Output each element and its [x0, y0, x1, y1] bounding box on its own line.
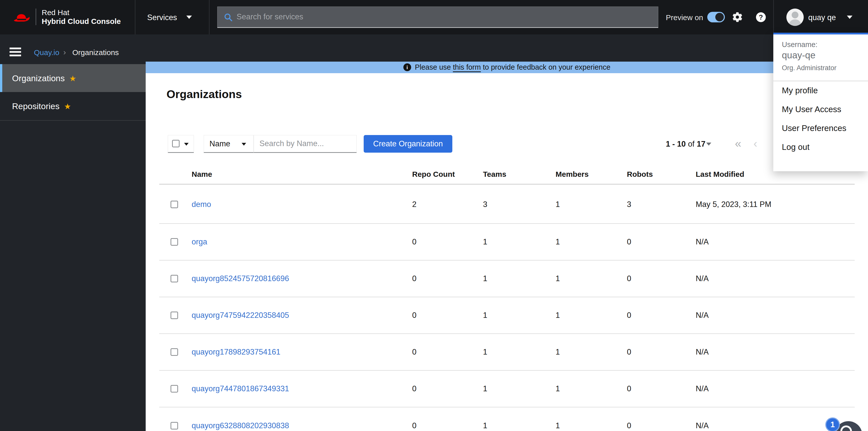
robots-cell: 0 — [627, 384, 631, 393]
filter-column-label: Name — [210, 139, 230, 148]
row-checkbox[interactable] — [170, 201, 178, 208]
masthead: Red Hat Hybrid Cloud Console Services Pr… — [0, 0, 868, 34]
row-checkbox[interactable] — [170, 275, 178, 282]
preview-toggle[interactable] — [707, 12, 725, 22]
repo-count-cell: 2 — [412, 200, 416, 209]
members-cell: 1 — [556, 347, 560, 356]
table-row: quayorg8524575720816696 0 1 1 0 N/A — [159, 260, 855, 297]
org-name-link[interactable]: demo — [192, 200, 211, 209]
menu-item-log-out[interactable]: Log out — [773, 138, 868, 156]
feedback-banner: i Please use this form to provide feedba… — [146, 61, 868, 73]
table-row: quayorg7447801867349331 0 1 1 0 N/A — [159, 371, 855, 407]
breadcrumb-quayio-link[interactable]: Quay.io — [34, 48, 59, 57]
table-row: quayorg7475942220358405 0 1 1 0 N/A — [159, 297, 855, 334]
global-search-input[interactable] — [237, 7, 649, 27]
screen: Red Hat Hybrid Cloud Console Services Pr… — [0, 0, 868, 431]
last-modified-cell: N/A — [696, 384, 709, 393]
pagination-prev-page-button[interactable]: ‹ — [753, 135, 757, 153]
sidebar-item-label: Repositories — [12, 101, 60, 111]
banner-text-suffix: to provide feedback on your experience — [481, 63, 610, 71]
feedback-form-link[interactable]: this form — [453, 63, 481, 71]
masthead-divider — [135, 0, 135, 34]
menu-item-user-preferences[interactable]: User Preferences — [773, 119, 868, 137]
avatar[interactable] — [786, 8, 804, 26]
hamburger-menu-icon[interactable] — [9, 48, 21, 57]
row-checkbox[interactable] — [170, 312, 178, 319]
row-checkbox[interactable] — [170, 422, 178, 430]
robots-cell: 3 — [627, 200, 631, 209]
bulk-select-checkbox[interactable] — [172, 140, 180, 147]
robots-cell: 0 — [627, 347, 631, 356]
sidebar-item-organizations[interactable]: Organizations★ — [0, 64, 146, 92]
help-icon[interactable]: ? — [756, 12, 766, 22]
repo-count-cell: 0 — [412, 421, 416, 430]
org-name-link[interactable]: orga — [192, 237, 207, 247]
breadcrumb-current: Organizations — [72, 48, 119, 57]
repo-count-cell: 0 — [412, 347, 416, 356]
chat-notification-badge: 1 — [825, 418, 840, 431]
chevron-down-icon — [242, 143, 246, 146]
org-name-link[interactable]: quayorg7447801867349331 — [192, 384, 289, 393]
org-name-link[interactable]: quayorg6328808202930838 — [192, 421, 289, 430]
repo-count-cell: 0 — [412, 384, 416, 393]
menu-item-my-user-access[interactable]: My User Access — [773, 100, 868, 118]
row-checkbox[interactable] — [170, 385, 178, 393]
user-menu-toggle[interactable]: quay qe — [808, 13, 836, 22]
redhat-logo-icon[interactable] — [11, 9, 32, 25]
column-header-robots: Robots — [627, 170, 653, 178]
brand-title: Red Hat Hybrid Cloud Console — [42, 8, 121, 26]
avatar-head — [792, 11, 799, 18]
chevron-down-icon — [184, 143, 189, 146]
banner-text-prefix: Please use — [415, 63, 453, 71]
teams-cell: 3 — [483, 200, 487, 209]
org-name-link[interactable]: quayorg8524575720816696 — [192, 274, 289, 283]
services-menu-button[interactable]: Services — [147, 13, 177, 22]
filter-column-dropdown[interactable]: Name — [204, 135, 254, 153]
last-modified-cell: N/A — [696, 311, 709, 320]
members-cell: 1 — [556, 384, 560, 393]
menu-divider — [773, 81, 868, 81]
teams-cell: 1 — [483, 274, 487, 283]
settings-gear-icon[interactable] — [733, 12, 742, 22]
menu-item-my-profile[interactable]: My profile — [773, 82, 868, 99]
chevron-down-icon — [847, 16, 852, 19]
table-row: orga 0 1 1 0 N/A — [159, 224, 855, 260]
column-header-members: Members — [556, 170, 589, 178]
last-modified-cell: N/A — [696, 421, 709, 430]
table-row: quayorg6328808202930838 0 1 1 0 N/A — [159, 407, 855, 431]
username-value: quay-qe — [782, 50, 815, 61]
sidebar-item-repositories[interactable]: Repositories★ — [0, 92, 146, 120]
org-name-link[interactable]: quayorg17898293754161 — [192, 347, 280, 356]
pagination-summary[interactable]: 1 - 10of17 — [666, 135, 706, 153]
members-cell: 1 — [556, 311, 560, 320]
table-search-input[interactable] — [254, 135, 356, 152]
logo-divider — [36, 8, 36, 25]
favorite-star-icon[interactable]: ★ — [64, 102, 71, 111]
teams-cell: 1 — [483, 421, 487, 430]
teams-cell: 1 — [483, 347, 487, 356]
row-checkbox[interactable] — [170, 348, 178, 356]
chevron-down-icon — [706, 143, 711, 146]
row-checkbox[interactable] — [170, 238, 178, 246]
members-cell: 1 — [556, 237, 560, 247]
masthead-divider — [773, 0, 774, 34]
robots-cell: 0 — [627, 274, 631, 283]
repo-count-cell: 0 — [412, 274, 416, 283]
column-header-name: Name — [192, 170, 212, 178]
robots-cell: 0 — [627, 311, 631, 320]
create-organization-button[interactable]: Create Organization — [364, 135, 452, 153]
brand-line1: Red Hat — [42, 8, 121, 17]
chat-icon — [840, 426, 852, 431]
bulk-select-dropdown[interactable] — [168, 135, 194, 153]
members-cell: 1 — [556, 200, 560, 209]
user-role: Org. Administrator — [782, 64, 837, 72]
page-title: Organizations — [166, 88, 242, 101]
breadcrumb-bar: Quay.io › Organizations — [0, 34, 868, 62]
pagination-first-page-button[interactable]: « — [735, 135, 740, 153]
robots-cell: 0 — [627, 237, 631, 247]
members-cell: 1 — [556, 421, 560, 430]
last-modified-cell: N/A — [696, 274, 709, 283]
table-row: quayorg17898293754161 0 1 1 0 N/A — [159, 334, 855, 371]
org-name-link[interactable]: quayorg7475942220358405 — [192, 311, 289, 320]
favorite-star-icon[interactable]: ★ — [69, 74, 76, 83]
